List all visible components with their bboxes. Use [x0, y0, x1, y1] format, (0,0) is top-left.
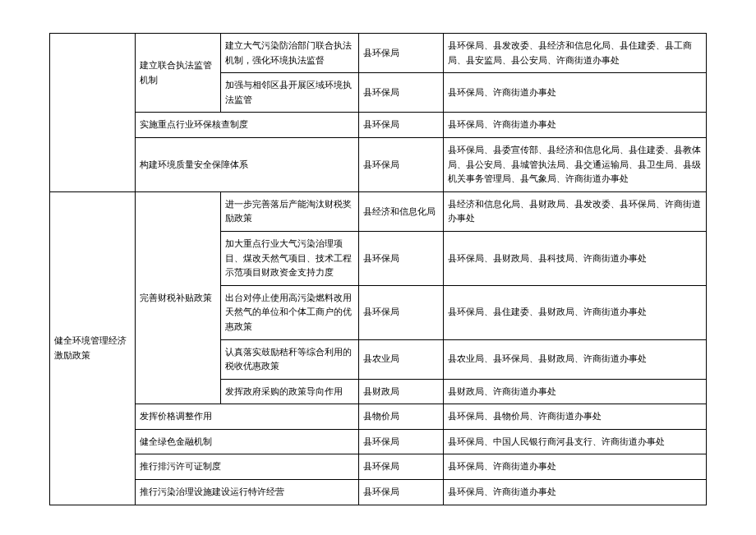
- cell-participants: 县环保局、县住建委、县财政局、许商街道办事处: [444, 285, 707, 339]
- cell-lead: 县经济和信息化局: [358, 191, 444, 231]
- cell-subcategory: 建立联合执法监管机制: [135, 34, 220, 113]
- cell-participants: 县财政局、许商街道办事处: [444, 379, 707, 404]
- cell-participants: 县环保局、许商街道办事处: [444, 480, 707, 505]
- cell-subcategory: 健全绿色金融机制: [135, 429, 358, 454]
- cell-category: 健全环境管理经济激励政策: [50, 191, 136, 505]
- cell-participants: 县农业局、县环保局、县财政局、许商街道办事处: [444, 339, 707, 379]
- cell-participants: 县环保局、中国人民银行商河县支行、许商街道办事处: [444, 429, 707, 454]
- table-row: 构建环境质量安全保障体系 县环保局 县环保局、县委宣传部、县经济和信息化局、县住…: [50, 137, 707, 191]
- cell-measure: 认真落实鼓励秸秆等综合利用的税收优惠政策: [220, 339, 358, 379]
- cell-lead: 县环保局: [358, 73, 444, 113]
- table-row: 推行排污许可证制度 县环保局 县环保局、许商街道办事处: [50, 454, 707, 480]
- table-row: 实施重点行业环保核查制度 县环保局 县环保局、许商街道办事处: [50, 113, 707, 138]
- table-row: 建立联合执法监管机制 建立大气污染防治部门联合执法机制，强化环境执法监督 县环保…: [50, 34, 707, 73]
- cell-lead: 县环保局: [358, 285, 444, 339]
- cell-participants: 县环保局、许商街道办事处: [444, 454, 707, 480]
- cell-lead: 县环保局: [358, 454, 444, 480]
- table-row: 推行污染治理设施建设运行特许经营 县环保局 县环保局、许商街道办事处: [50, 480, 707, 505]
- cell-subcategory: 推行排污许可证制度: [135, 454, 358, 480]
- cell-lead: 县环保局: [358, 137, 444, 191]
- policy-table: 建立联合执法监管机制 建立大气污染防治部门联合执法机制，强化环境执法监督 县环保…: [49, 33, 707, 505]
- cell-measure: 建立大气污染防治部门联合执法机制，强化环境执法监督: [220, 34, 358, 73]
- cell-participants: 县环保局、县物价局、许商街道办事处: [444, 404, 707, 430]
- cell-subcategory: 完善财税补贴政策: [135, 191, 220, 404]
- table-row: 发挥价格调整作用 县物价局 县环保局、县物价局、许商街道办事处: [50, 404, 707, 430]
- table-row: 健全绿色金融机制 县环保局 县环保局、中国人民银行商河县支行、许商街道办事处: [50, 429, 707, 454]
- cell-measure: 进一步完善落后产能淘汰财税奖励政策: [220, 191, 358, 231]
- cell-participants: 县经济和信息化局、县财政局、县发改委、县环保局、许商街道办事处: [444, 191, 707, 231]
- cell-measure: 加大重点行业大气污染治理项目、煤改天然气项目、技术工程示范项目财政资金支持力度: [220, 231, 358, 285]
- cell-lead: 县环保局: [358, 231, 444, 285]
- cell-subcategory: 实施重点行业环保核查制度: [135, 113, 358, 138]
- cell-participants: 县环保局、县财政局、县科技局、许商街道办事处: [444, 231, 707, 285]
- cell-lead: 县农业局: [358, 339, 444, 379]
- cell-participants: 县环保局、县委宣传部、县经济和信息化局、县住建委、县教体局、县公安局、县城管执法…: [444, 137, 707, 191]
- cell-lead: 县环保局: [358, 113, 444, 138]
- cell-measure: 加强与相邻区县开展区域环境执法监管: [220, 73, 358, 113]
- cell-measure: 出台对停止使用高污染燃料改用天然气的单位和个体工商户的优惠政策: [220, 285, 358, 339]
- cell-subcategory: 推行污染治理设施建设运行特许经营: [135, 480, 358, 505]
- cell-subcategory: 构建环境质量安全保障体系: [135, 137, 358, 191]
- cell-lead: 县环保局: [358, 34, 444, 73]
- table-row: 健全环境管理经济激励政策 完善财税补贴政策 进一步完善落后产能淘汰财税奖励政策 …: [50, 191, 707, 231]
- cell-subcategory: 发挥价格调整作用: [135, 404, 358, 430]
- cell-lead: 县环保局: [358, 480, 444, 505]
- cell-lead: 县环保局: [358, 429, 444, 454]
- cell-participants: 县环保局、许商街道办事处: [444, 113, 707, 138]
- cell-measure: 发挥政府采购的政策导向作用: [220, 379, 358, 404]
- cell-participants: 县环保局、许商街道办事处: [444, 73, 707, 113]
- cell-participants: 县环保局、县发改委、县经济和信息化局、县住建委、县工商局、县安监局、县公安局、许…: [444, 34, 707, 73]
- cell-lead: 县物价局: [358, 404, 444, 430]
- cell-lead: 县财政局: [358, 379, 444, 404]
- cell-category: [50, 34, 136, 192]
